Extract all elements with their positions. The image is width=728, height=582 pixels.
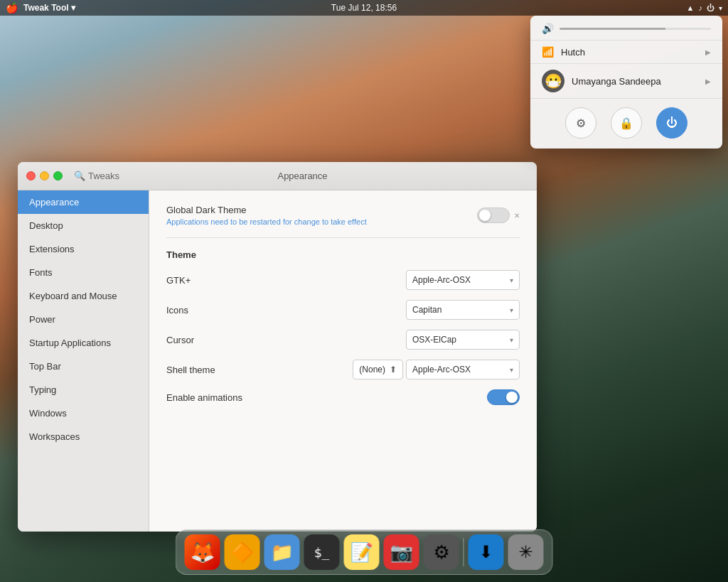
minimize-button[interactable] bbox=[40, 171, 49, 180]
shell-theme-control: (None) ⬆ Apple-Arc-OSX ▾ bbox=[353, 360, 520, 379]
icons-value: Capitan bbox=[412, 305, 441, 315]
gtk-value: Apple-Arc-OSX bbox=[412, 275, 471, 285]
global-dark-theme-toggle[interactable] bbox=[477, 208, 510, 223]
global-dark-theme-labels: Global Dark Theme Applications need to b… bbox=[166, 205, 367, 226]
shell-theme-row: Shell theme (None) ⬆ Apple-Arc-OSX ▾ bbox=[166, 360, 520, 379]
sidebar-item-appearance[interactable]: Appearance bbox=[18, 190, 149, 214]
sidebar-item-extensions[interactable]: Extensions bbox=[18, 237, 149, 261]
dock-icon-firefox[interactable]: 🦊 bbox=[185, 534, 220, 570]
sidebar-item-windows[interactable]: Windows bbox=[18, 402, 149, 425]
menubar: 🍎 Appearance Tweak Tool ▾ Tue Jul 12, 18… bbox=[0, 0, 728, 16]
gtk-dropdown-arrow: ▾ bbox=[510, 276, 513, 284]
toggle-knob bbox=[479, 210, 491, 221]
enable-animations-label: Enable animations bbox=[166, 392, 242, 403]
sidebar-item-desktop[interactable]: Desktop bbox=[18, 214, 149, 237]
volume-icon[interactable]: ♪ bbox=[699, 4, 703, 12]
dock-icon-notes[interactable]: 📝 bbox=[344, 534, 380, 570]
icons-dropdown[interactable]: Capitan ▾ bbox=[406, 300, 520, 320]
wifi-item-left: 📶 Hutch bbox=[542, 46, 585, 58]
dock-icon-utilities[interactable]: ✳ bbox=[508, 534, 544, 570]
icons-label: Icons bbox=[166, 305, 188, 316]
volume-icon-popup: 🔊 bbox=[542, 23, 554, 34]
sidebar-item-typing[interactable]: Typing bbox=[18, 378, 149, 402]
shell-dropdown[interactable]: Apple-Arc-OSX ▾ bbox=[406, 360, 520, 379]
menubar-right: ▲ ♪ ⏻ ▾ bbox=[687, 4, 722, 12]
dock: 🦊 🔶 📁 $_ 📝 📷 ⚙ ⬇ ✳ bbox=[176, 529, 553, 575]
wifi-item[interactable]: 📶 Hutch ▶ bbox=[530, 41, 722, 63]
cursor-row: Cursor OSX-ElCap ▾ bbox=[166, 330, 520, 350]
title-bar: 🔍 Tweaks Appearance bbox=[18, 162, 537, 190]
cursor-dropdown[interactable]: OSX-ElCap ▾ bbox=[406, 330, 520, 350]
gtk-dropdown[interactable]: Apple-Arc-OSX ▾ bbox=[406, 270, 520, 290]
sidebar: Appearance Desktop Extensions Fonts Keyb… bbox=[18, 190, 149, 532]
toggle-x-icon: ✕ bbox=[514, 212, 520, 220]
app-name-label[interactable]: Tweak Tool ▾ bbox=[23, 3, 75, 13]
power-button[interactable]: ⏻ bbox=[656, 107, 687, 139]
shell-none-badge[interactable]: (None) ⬆ bbox=[353, 360, 403, 379]
sidebar-item-power[interactable]: Power bbox=[18, 308, 149, 331]
global-dark-theme-toggle-container: ✕ bbox=[477, 208, 520, 223]
signal-icon: ▲ bbox=[687, 4, 695, 12]
enable-animations-toggle[interactable] bbox=[487, 389, 520, 405]
user-item[interactable]: 😷 Umayanga Sandeepa ▶ bbox=[530, 64, 722, 98]
volume-slider[interactable] bbox=[560, 28, 711, 30]
sidebar-item-top-bar[interactable]: Top Bar bbox=[18, 355, 149, 378]
global-dark-theme-row: Global Dark Theme Applications need to b… bbox=[166, 205, 520, 226]
user-label: Umayanga Sandeepa bbox=[572, 76, 661, 87]
cursor-value: OSX-ElCap bbox=[412, 335, 456, 345]
lock-button[interactable]: 🔒 bbox=[611, 107, 642, 139]
dock-separator bbox=[464, 538, 464, 566]
dock-icon-terminal[interactable]: $_ bbox=[304, 534, 340, 570]
power-icon[interactable]: ⏻ bbox=[707, 4, 714, 12]
dock-icon-screenshot[interactable]: 📷 bbox=[384, 534, 419, 570]
volume-row: 🔊 bbox=[530, 16, 722, 40]
window-title: Appearance bbox=[119, 171, 486, 181]
maximize-button[interactable] bbox=[53, 171, 63, 180]
wifi-chevron: ▶ bbox=[705, 48, 711, 56]
settings-button[interactable]: ⚙ bbox=[565, 107, 596, 139]
cursor-label: Cursor bbox=[166, 335, 194, 345]
main-content: Global Dark Theme Applications need to b… bbox=[149, 190, 537, 532]
gtk-label: GTK+ bbox=[166, 275, 191, 286]
apple-icon[interactable]: 🍎 bbox=[6, 2, 18, 14]
content-divider-1 bbox=[166, 237, 520, 238]
menubar-left: 🍎 Appearance Tweak Tool ▾ bbox=[6, 2, 75, 14]
gtk-row: GTK+ Apple-Arc-OSX ▾ bbox=[166, 270, 520, 290]
cursor-dropdown-arrow: ▾ bbox=[510, 336, 513, 344]
close-button[interactable] bbox=[26, 171, 36, 180]
wifi-label: Hutch bbox=[561, 47, 585, 58]
search-icon: 🔍 bbox=[74, 171, 85, 181]
search-area[interactable]: 🔍 Tweaks bbox=[74, 171, 119, 181]
tweak-window: 🔍 Tweaks Appearance Appearance Desktop E… bbox=[18, 162, 537, 532]
window-body: Appearance Desktop Extensions Fonts Keyb… bbox=[18, 190, 537, 532]
shell-dropdown-arrow: ▾ bbox=[510, 366, 513, 374]
sidebar-item-keyboard-mouse[interactable]: Keyboard and Mouse bbox=[18, 284, 149, 308]
theme-section-header: Theme bbox=[166, 249, 520, 260]
menu-arrow[interactable]: ▾ bbox=[719, 4, 722, 12]
dock-icon-store[interactable]: ⬇ bbox=[469, 534, 504, 570]
upload-icon: ⬆ bbox=[390, 365, 397, 374]
popup-action-buttons: ⚙ 🔒 ⏻ bbox=[530, 99, 722, 149]
global-dark-theme-label: Global Dark Theme bbox=[166, 205, 367, 215]
traffic-lights bbox=[26, 171, 63, 180]
dock-icon-vlc[interactable]: 🔶 bbox=[225, 534, 260, 570]
user-avatar: 😷 bbox=[542, 70, 564, 92]
tweaks-label: Tweaks bbox=[88, 171, 119, 181]
shell-none-label: (None) bbox=[359, 365, 385, 374]
wifi-icon: 📶 bbox=[542, 46, 554, 58]
user-item-left: 😷 Umayanga Sandeepa bbox=[542, 70, 661, 92]
icons-row: Icons Capitan ▾ bbox=[166, 300, 520, 320]
global-dark-theme-sublabel: Applications need to be restarted for ch… bbox=[166, 217, 367, 226]
shell-value: Apple-Arc-OSX bbox=[412, 365, 471, 374]
sidebar-item-workspaces[interactable]: Workspaces bbox=[18, 425, 149, 448]
animations-toggle-knob bbox=[506, 392, 518, 403]
shell-theme-label: Shell theme bbox=[166, 365, 215, 375]
system-popup: 🔊 📶 Hutch ▶ 😷 Umayanga Sandeepa ▶ ⚙ 🔒 ⏻ bbox=[530, 16, 722, 149]
dock-icon-settings[interactable]: ⚙ bbox=[424, 534, 459, 570]
user-chevron: ▶ bbox=[705, 77, 711, 85]
sidebar-item-fonts[interactable]: Fonts bbox=[18, 261, 149, 284]
icons-dropdown-arrow: ▾ bbox=[510, 306, 513, 314]
sidebar-item-startup-applications[interactable]: Startup Applications bbox=[18, 331, 149, 355]
dock-icon-files[interactable]: 📁 bbox=[264, 534, 300, 570]
enable-animations-row: Enable animations bbox=[166, 389, 520, 405]
